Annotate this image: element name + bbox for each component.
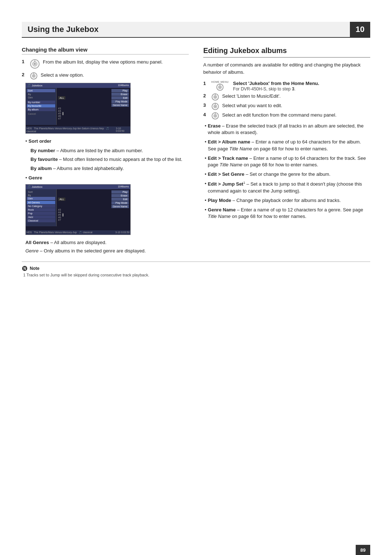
bullet-edit-album-name: • Edit > Album name – Enter a name of up… xyxy=(205,139,370,152)
right-step-2-text: Select 'Listen to Music/Edit'. xyxy=(222,93,370,100)
svg-text:N: N xyxy=(23,267,26,271)
right-step-3-text: Select what you want to edit. xyxy=(222,102,370,109)
page-container: Using the Jukebox 10 Changing the album … xyxy=(0,22,392,555)
genre-section: • Genre xyxy=(25,175,189,181)
right-section-heading: Editing Jukebox albums xyxy=(203,46,370,58)
sort-order-bullet: • Sort order xyxy=(25,138,189,145)
right-bullets: • Erase – Erase the selected track (if a… xyxy=(205,123,370,220)
bullet-edit-set-genre: • Edit > Set Genre – Set or change the g… xyxy=(205,171,370,178)
bullet-edit-jump-set: • Edit > Jump Set1 – Set a track to jump… xyxy=(205,181,370,194)
right-step-2-row: 2 Select 'Listen to Music/Edit'. xyxy=(203,93,370,101)
bullet-erase: • Erase – Erase the selected track (if a… xyxy=(205,123,370,136)
chapter-number: 10 xyxy=(356,25,364,34)
home-menu-label: HOME MENU xyxy=(211,81,229,83)
by-number-text: By number – Albums are listed by the alb… xyxy=(30,147,189,154)
bullet-genre-name: • Genre Name – Enter a name of up to 12 … xyxy=(205,207,370,220)
chapter-title-box: Using the Jukebox xyxy=(22,22,350,37)
content-area: Changing the album view 1 From the album… xyxy=(22,38,370,254)
sort-order-details: By number – Albums are listed by the alb… xyxy=(30,147,189,172)
note-footnote: 1 Tracks set to Jump will be skipped dur… xyxy=(23,273,370,277)
page-number: 89 xyxy=(360,547,366,553)
dial-icon-right-2 xyxy=(211,93,219,101)
by-favourite-text: By favourite – Most often listened to mu… xyxy=(30,156,189,163)
step-2-row: 2 Select a view option. xyxy=(22,72,189,80)
right-step-4-text: Select an edit function from the command… xyxy=(222,112,370,118)
screen-mockup-2: 🎵 Jukebox 104lbums Sort By Gen All Genre… xyxy=(25,184,189,235)
step-1-row: 1 From the album list, display the view … xyxy=(22,59,189,69)
sort-order-section: • Sort order By number – Albums are list… xyxy=(25,138,189,172)
all-genres-text: All Genres – All albums are displayed. xyxy=(25,239,189,246)
right-step-4-number: 4 xyxy=(203,112,208,117)
right-step-1-text-area: Select 'Jukebox' from the Home Menu. For… xyxy=(233,81,319,92)
sort-order-label: Sort order xyxy=(29,138,189,145)
note-icon: N xyxy=(22,266,28,271)
step-1-number: 1 xyxy=(22,59,27,64)
svg-point-10 xyxy=(220,87,221,88)
by-album-text: By album – Albums are listed alphabetica… xyxy=(30,165,189,172)
step-2-text: Select a view option. xyxy=(41,72,189,78)
bullet-play-mode: • Play Mode – Change the playback order … xyxy=(205,197,370,204)
step-1-text: From the album list, display the view op… xyxy=(43,59,189,65)
right-step-1-number: 1 xyxy=(203,81,208,86)
right-section-intro: A number of commands are available for e… xyxy=(203,61,370,76)
page-number-box: 89 xyxy=(356,545,370,555)
left-section-heading: Changing the album view xyxy=(22,46,189,54)
dial-icon-1 xyxy=(30,59,40,69)
step-2-number: 2 xyxy=(22,72,27,77)
right-step-3-number: 3 xyxy=(203,102,208,108)
note-header: N Note xyxy=(22,266,370,271)
note-box: N Note 1 Tracks set to Jump will be skip… xyxy=(22,262,370,277)
left-column: Changing the album view 1 From the album… xyxy=(22,46,189,254)
chapter-title: Using the Jukebox xyxy=(28,25,99,34)
bullet-edit-track-name: • Edit > Track name – Enter a name of up… xyxy=(205,155,370,168)
svg-point-18 xyxy=(215,106,216,107)
dial-icon-right-4 xyxy=(211,112,219,120)
right-step-2-number: 2 xyxy=(203,93,208,98)
svg-point-22 xyxy=(215,116,216,117)
genre-label: Genre xyxy=(29,175,189,181)
dial-icon-right-3 xyxy=(211,102,219,110)
genre-only-text: Genre – Only albums in the selected genr… xyxy=(25,248,189,254)
chapter-number-box: 10 xyxy=(350,22,370,37)
right-step-1-row: 1 HOME MENU Select 'Jukebox' from the Ho… xyxy=(203,81,370,92)
home-menu-icon: HOME MENU xyxy=(211,81,229,91)
dial-icon-2 xyxy=(30,72,38,80)
svg-point-2 xyxy=(34,63,36,65)
screen-mockup-1: 🎵 Jukebox 104lbums Sort By Gen By number… xyxy=(25,83,189,134)
right-step-4-row: 4 Select an edit function from the comma… xyxy=(203,112,370,120)
home-menu-dial-icon xyxy=(216,83,224,91)
genre-bullet: • Genre xyxy=(25,175,189,181)
svg-point-14 xyxy=(215,97,216,98)
right-column: Editing Jukebox albums A number of comma… xyxy=(203,46,370,254)
svg-point-6 xyxy=(33,76,34,77)
genre-description: All Genres – All albums are displayed. G… xyxy=(25,239,189,254)
chapter-header: Using the Jukebox 10 xyxy=(22,22,370,38)
dvr-note: For DVR-450H-S, skip to step 3. xyxy=(233,86,295,92)
right-step-3-row: 3 Select what you want to edit. xyxy=(203,102,370,110)
